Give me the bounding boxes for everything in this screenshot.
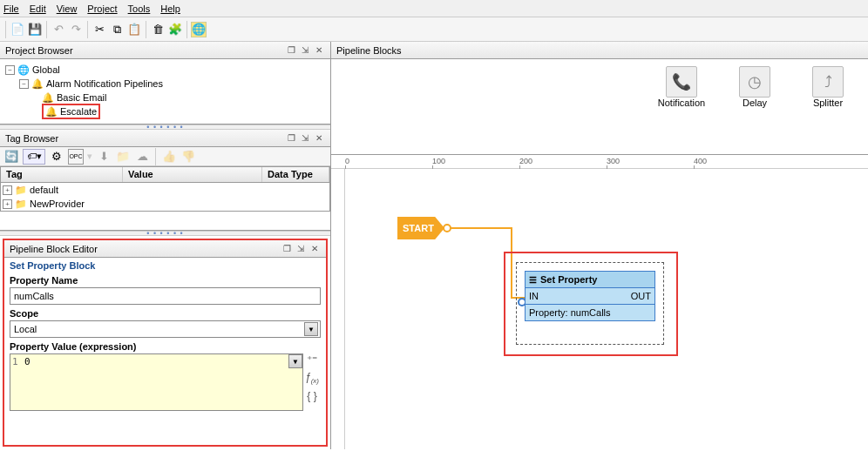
module-icon[interactable]: 🧩	[167, 22, 183, 37]
tag-row[interactable]: + 📁 default	[1, 183, 329, 197]
import-icon[interactable]: ⬇	[96, 149, 112, 165]
block-label: Splitter	[813, 98, 843, 108]
line-number: 1	[12, 356, 19, 367]
bell-icon: 🔔	[31, 77, 44, 90]
tree-collapse-icon[interactable]: −	[19, 79, 29, 89]
cloud-icon[interactable]: ☁	[134, 149, 150, 165]
splitter-horizontal[interactable]	[0, 231, 330, 236]
tree-node-escalate[interactable]: Escalate	[60, 106, 97, 117]
chevron-down-icon[interactable]: ▼	[288, 354, 302, 368]
start-label: START	[403, 223, 434, 233]
in-label: IN	[529, 291, 539, 301]
start-block[interactable]: START	[397, 217, 444, 239]
chevron-down-icon[interactable]: ▼	[304, 322, 318, 336]
menu-help[interactable]: Help	[160, 3, 180, 14]
tag-row[interactable]: + 📁 NewProvider	[1, 197, 329, 211]
tree-node-basic-email[interactable]: Basic Email	[57, 92, 106, 103]
copy-icon[interactable]: ⧉	[109, 22, 125, 37]
delay-icon: ◷	[739, 66, 770, 98]
splitter-horizontal[interactable]	[0, 125, 330, 130]
cut-icon[interactable]: ✂	[92, 22, 107, 37]
col-value[interactable]: Value	[123, 167, 262, 182]
property-name-label: Property Name	[10, 275, 321, 286]
set-property-block[interactable]: ☰ Set Property IN OUT Property: numCalls	[525, 271, 655, 321]
folder-icon: 📁	[15, 184, 27, 196]
tree-node-alarm-pipelines[interactable]: Alarm Notification Pipelines	[46, 78, 163, 89]
globe-icon[interactable]: 🌐	[191, 22, 207, 37]
block-label: Notification	[658, 98, 705, 108]
delete-icon[interactable]: 🗑	[150, 22, 166, 37]
braces-icon[interactable]: { }	[307, 390, 316, 402]
pin-icon[interactable]: ⇲	[295, 243, 307, 255]
notification-icon: 📞	[666, 66, 697, 98]
section-title: Set Property Block	[4, 258, 326, 273]
splitter-icon: ⤴	[812, 66, 844, 98]
undo-icon[interactable]: ↶	[51, 22, 66, 37]
thumbs-down-icon[interactable]: 👎	[180, 149, 196, 165]
tree-collapse-icon[interactable]: −	[5, 65, 15, 75]
thumbs-up-icon[interactable]: 👍	[161, 149, 177, 165]
menu-edit[interactable]: Edit	[30, 3, 46, 14]
ruler-horizontal: 0 100 200 300 400	[331, 155, 868, 169]
tree-expand-icon[interactable]: +	[3, 185, 12, 195]
tag-browser-toolbar: 🔄 🏷▾ ⚙ OPC ▾ ⬇ 📁 ☁ 👍 👎	[0, 147, 330, 166]
pipeline-canvas[interactable]: 0 100 200 300 400 START	[331, 155, 868, 449]
col-tag[interactable]: Tag	[1, 167, 123, 182]
set-property-body: Property: numCalls	[526, 305, 654, 320]
bell-icon: 🔔	[45, 105, 58, 118]
restore-icon[interactable]: ❐	[285, 44, 297, 57]
paste-icon[interactable]: 📋	[126, 22, 142, 37]
new-icon[interactable]: 📄	[10, 22, 25, 37]
restore-icon[interactable]: ❐	[281, 243, 293, 255]
expression-textarea[interactable]: 1 0 ▼	[10, 353, 303, 411]
block-notification[interactable]: 📞 Notification	[655, 66, 708, 108]
close-icon[interactable]: ✕	[313, 132, 325, 145]
restore-icon[interactable]: ❐	[285, 132, 297, 145]
menu-bar: File Edit View Project Tools Help	[0, 0, 868, 17]
project-browser-title: Project Browser	[5, 45, 73, 56]
project-browser-panel: Project Browser ❐ ⇲ ✕ − 🌐 Global − 🔔 Ala…	[0, 42, 330, 125]
function-icon[interactable]: ƒ(x)	[305, 371, 319, 385]
col-datatype[interactable]: Data Type	[262, 167, 329, 182]
refresh-icon[interactable]: 🔄	[3, 149, 19, 165]
property-name-input[interactable]	[10, 287, 321, 305]
scope-select[interactable]: Local ▼	[10, 320, 321, 338]
menu-file[interactable]: File	[3, 3, 19, 14]
tag-browser-title: Tag Browser	[5, 133, 58, 144]
pin-icon[interactable]: ⇲	[299, 132, 311, 145]
tag-name: NewProvider	[30, 199, 85, 209]
scope-label: Scope	[10, 308, 321, 319]
expression-tools: ⁺⁼ ƒ(x) { }	[303, 353, 321, 411]
folder-icon[interactable]: 📁	[115, 149, 131, 165]
set-property-title: Set Property	[540, 274, 597, 285]
ruler-vertical	[331, 169, 345, 449]
pin-icon[interactable]: ⇲	[299, 44, 311, 57]
bell-icon: 🔔	[42, 91, 54, 104]
tree-node-global[interactable]: Global	[32, 64, 60, 75]
highlight-frame: ☰ Set Property IN OUT Property: numCalls	[504, 252, 678, 356]
pipeline-blocks-panel: Pipeline Blocks 📞 Notification ◷ Delay ⤴…	[331, 42, 868, 155]
pipeline-block-editor-panel: Pipeline Block Editor ❐ ⇲ ✕ Set Property…	[3, 239, 328, 447]
plus-equals-icon[interactable]: ⁺⁼	[307, 353, 317, 366]
tree-expand-icon[interactable]: +	[3, 199, 12, 209]
menu-project[interactable]: Project	[87, 3, 117, 14]
menu-tools[interactable]: Tools	[128, 3, 151, 14]
close-icon[interactable]: ✕	[309, 243, 321, 255]
menu-view[interactable]: View	[57, 3, 78, 14]
pipeline-block-editor-title: Pipeline Block Editor	[10, 244, 98, 254]
block-label: Delay	[743, 98, 767, 108]
project-tree[interactable]: − 🌐 Global − 🔔 Alarm Notification Pipeli…	[0, 59, 330, 122]
folder-icon: 📁	[15, 198, 27, 210]
block-delay[interactable]: ◷ Delay	[729, 66, 781, 108]
gear-icon[interactable]: ⚙	[49, 149, 64, 165]
globe-icon: 🌐	[17, 64, 30, 76]
redo-icon[interactable]: ↷	[68, 22, 84, 37]
main-toolbar: 📄 💾 ↶ ↷ ✂ ⧉ 📋 🗑 🧩 🌐	[0, 17, 868, 42]
opc-icon[interactable]: OPC	[68, 149, 84, 165]
connection-wire	[450, 227, 512, 229]
close-icon[interactable]: ✕	[313, 44, 325, 57]
block-splitter[interactable]: ⤴ Splitter	[802, 66, 854, 108]
save-icon[interactable]: 💾	[27, 22, 43, 37]
out-label: OUT	[631, 291, 651, 301]
tag-dropdown[interactable]: 🏷▾	[23, 149, 45, 165]
